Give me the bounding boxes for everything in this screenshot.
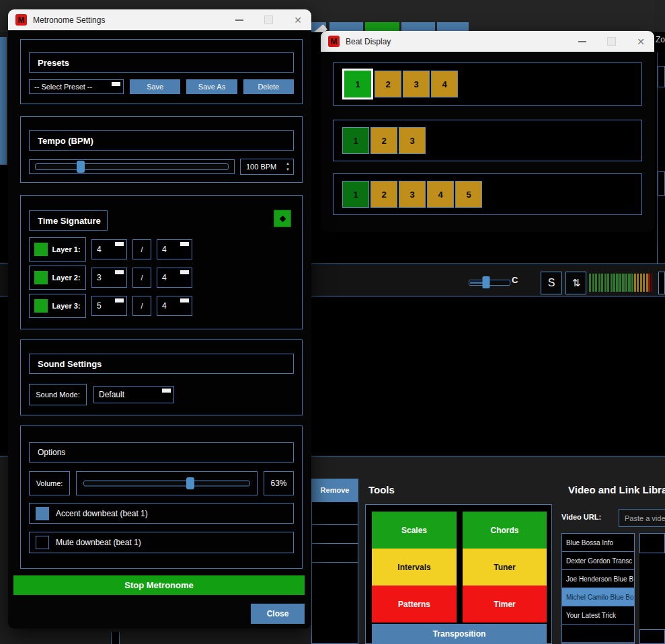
time-signature-section: Time Signature Layer 1: 4 / 4 [20,195,303,329]
layer2-denominator-dropdown[interactable]: 4 [157,268,192,288]
level-meter [589,274,652,292]
library-side-control[interactable] [639,629,665,644]
slash-box: / [132,296,151,316]
options-heading: Options [29,442,294,462]
chords-button[interactable]: Chords [463,512,547,549]
dropdown-indicator-icon [180,298,189,303]
solo-button[interactable]: S [541,272,562,294]
bpm-spinner[interactable]: 100 BPM ▲▼ [240,159,294,175]
options-section: Options Volume: 63% Accent downbeat (bea… [20,426,303,569]
bottom-divider [111,632,120,644]
remove-button[interactable]: Remove [311,479,358,501]
intervals-button[interactable]: Intervals [372,549,457,586]
dropdown-indicator-icon [115,298,124,303]
beat-row-1: 1 2 3 4 [333,63,642,106]
beat-cell: 3 [399,127,426,154]
list-divider [312,562,358,563]
slash-box: / [132,268,151,288]
metronome-titlebar: M Metronome Settings ✕ [8,9,311,30]
mute-downbeat-label: Mute downbeat (beat 1) [56,538,141,547]
sound-mode-dropdown[interactable]: Default [93,386,174,403]
preset-dropdown[interactable]: -- Select Preset -- [29,79,124,94]
beat-row-2: 1 2 3 [333,120,642,161]
close-icon[interactable]: ✕ [294,15,302,25]
layer1-checkbox[interactable] [34,243,48,256]
layer2-numerator-dropdown[interactable]: 3 [91,268,127,288]
dot-icon [279,215,286,222]
mute-downbeat-row[interactable]: Mute downbeat (beat 1) [29,532,294,553]
left-edge-button[interactable] [0,37,7,165]
metronome-app-icon: M [328,36,340,47]
tempo-slider[interactable] [29,159,235,174]
library-heading: Video and Link Libra [568,484,665,495]
layer3-numerator: 5 [97,301,102,311]
right-edge-button[interactable] [658,272,665,294]
tools-heading: Tools [368,484,395,495]
close-icon[interactable]: ✕ [637,37,645,46]
preset-dropdown-value: -- Select Preset -- [34,83,92,91]
list-item-empty [562,625,634,643]
list-item[interactable]: Joe Henderson Blue B [562,570,634,588]
maximize-icon[interactable] [607,37,616,46]
volume-label: Volume: [29,471,70,495]
layer2-denominator: 4 [162,273,167,282]
meter-green-segment [589,274,634,292]
layer3-denominator-dropdown[interactable]: 4 [157,296,192,316]
transposition-button[interactable]: Transposition [372,624,547,644]
timer-button[interactable]: Timer [463,586,547,622]
minimize-icon[interactable] [235,19,243,21]
layer1-denominator-dropdown[interactable]: 4 [157,239,192,259]
delete-button[interactable]: Delete [243,79,294,94]
layer3-numerator-dropdown[interactable]: 5 [91,296,127,316]
metronome-settings-window: M Metronome Settings ✕ Presets -- Select… [8,9,311,629]
playlist-column[interactable] [311,501,358,644]
close-button-wrap: Close [251,604,305,624]
time-signature-indicator-button[interactable] [274,210,291,227]
layer1-numerator: 4 [97,245,102,254]
close-button[interactable]: Close [251,604,305,624]
beat-display-window: M Beat Display ✕ 1 2 3 4 1 2 3 1 2 3 4 5 [321,31,654,232]
spinner-arrows-icon[interactable]: ▲▼ [286,161,290,173]
beat-cell: 2 [370,127,397,154]
list-item[interactable]: Blue Bossa Info [562,534,634,552]
mute-downbeat-checkbox[interactable] [36,536,49,549]
tempo-slider-track [35,163,229,170]
volume-slider-handle[interactable] [186,477,194,489]
stop-metronome-button[interactable]: Stop Metronome [13,575,305,595]
list-divider [312,543,358,544]
layer1-numerator-dropdown[interactable]: 4 [91,239,127,259]
dropdown-indicator-icon [180,242,189,246]
layer2-numerator: 3 [97,273,102,282]
beat-cell: 2 [370,181,397,208]
list-item[interactable]: Your Latest Trick [562,606,634,625]
beat-cell: 2 [375,71,401,97]
layer3-checkbox[interactable] [34,299,48,313]
save-button[interactable]: Save [130,79,180,94]
patterns-button[interactable]: Patterns [372,586,457,622]
scales-button[interactable]: Scales [372,512,457,549]
presets-section: Presets -- Select Preset -- Save Save As… [20,39,303,104]
save-as-button[interactable]: Save As [186,79,237,94]
list-item-selected[interactable]: Michel Camilo Blue Bo [562,588,634,606]
list-item[interactable]: Dexter Gordon Transc [562,552,634,570]
layer2-checkbox[interactable] [34,271,48,284]
volume-slider[interactable] [76,471,258,495]
minimize-icon[interactable] [578,41,586,42]
right-edge-control[interactable] [658,66,665,87]
bpm-value: 100 BPM [246,163,276,171]
mixer-icon[interactable]: ⇅ [565,272,586,294]
tuner-button[interactable]: Tuner [463,549,547,586]
maximize-icon[interactable] [264,15,273,24]
volume-slider-track [83,481,250,487]
accent-downbeat-row[interactable]: Accent downbeat (beat 1) [29,503,294,524]
presets-heading: Presets [29,52,294,73]
volume-value: 63% [264,471,294,495]
tempo-slider-handle[interactable] [77,161,85,173]
pan-slider-handle[interactable] [483,276,490,288]
beat-cell: 1 [342,127,369,154]
list-divider [312,524,358,525]
right-edge-control[interactable] [658,171,665,196]
library-side-control[interactable] [639,533,665,553]
accent-downbeat-checkbox[interactable] [36,507,49,520]
video-url-input[interactable]: Paste a vide [619,509,665,527]
